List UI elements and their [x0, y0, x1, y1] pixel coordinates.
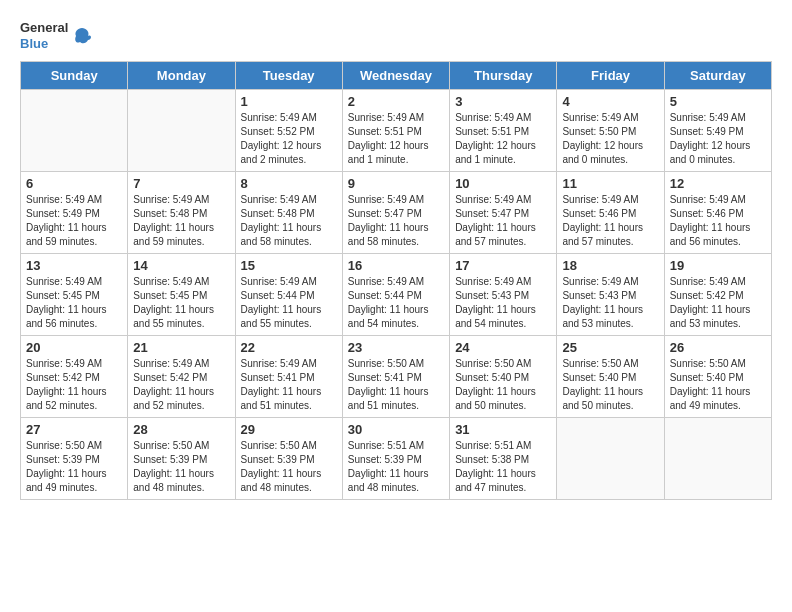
weekday-header: Saturday	[664, 62, 771, 90]
calendar-cell: 21Sunrise: 5:49 AM Sunset: 5:42 PM Dayli…	[128, 336, 235, 418]
day-info: Sunrise: 5:51 AM Sunset: 5:38 PM Dayligh…	[455, 439, 551, 495]
logo-text: General Blue	[20, 20, 68, 51]
calendar-cell: 2Sunrise: 5:49 AM Sunset: 5:51 PM Daylig…	[342, 90, 449, 172]
day-number: 5	[670, 94, 766, 109]
logo-bird-icon	[72, 26, 92, 46]
day-info: Sunrise: 5:49 AM Sunset: 5:43 PM Dayligh…	[455, 275, 551, 331]
page-header: General Blue	[20, 20, 772, 51]
day-number: 27	[26, 422, 122, 437]
day-number: 24	[455, 340, 551, 355]
calendar-cell: 14Sunrise: 5:49 AM Sunset: 5:45 PM Dayli…	[128, 254, 235, 336]
calendar-cell: 31Sunrise: 5:51 AM Sunset: 5:38 PM Dayli…	[450, 418, 557, 500]
day-info: Sunrise: 5:49 AM Sunset: 5:46 PM Dayligh…	[562, 193, 658, 249]
day-info: Sunrise: 5:49 AM Sunset: 5:45 PM Dayligh…	[133, 275, 229, 331]
day-number: 29	[241, 422, 337, 437]
day-number: 30	[348, 422, 444, 437]
day-number: 31	[455, 422, 551, 437]
calendar-table: SundayMondayTuesdayWednesdayThursdayFrid…	[20, 61, 772, 500]
day-info: Sunrise: 5:49 AM Sunset: 5:48 PM Dayligh…	[133, 193, 229, 249]
weekday-header: Sunday	[21, 62, 128, 90]
day-number: 8	[241, 176, 337, 191]
calendar-cell: 13Sunrise: 5:49 AM Sunset: 5:45 PM Dayli…	[21, 254, 128, 336]
weekday-header: Tuesday	[235, 62, 342, 90]
day-info: Sunrise: 5:49 AM Sunset: 5:45 PM Dayligh…	[26, 275, 122, 331]
day-info: Sunrise: 5:50 AM Sunset: 5:40 PM Dayligh…	[455, 357, 551, 413]
calendar-cell: 5Sunrise: 5:49 AM Sunset: 5:49 PM Daylig…	[664, 90, 771, 172]
calendar-cell: 12Sunrise: 5:49 AM Sunset: 5:46 PM Dayli…	[664, 172, 771, 254]
calendar-cell: 15Sunrise: 5:49 AM Sunset: 5:44 PM Dayli…	[235, 254, 342, 336]
day-number: 19	[670, 258, 766, 273]
calendar-week-row: 6Sunrise: 5:49 AM Sunset: 5:49 PM Daylig…	[21, 172, 772, 254]
day-number: 14	[133, 258, 229, 273]
calendar-cell: 29Sunrise: 5:50 AM Sunset: 5:39 PM Dayli…	[235, 418, 342, 500]
weekday-header: Wednesday	[342, 62, 449, 90]
day-info: Sunrise: 5:49 AM Sunset: 5:47 PM Dayligh…	[455, 193, 551, 249]
weekday-header: Friday	[557, 62, 664, 90]
day-info: Sunrise: 5:49 AM Sunset: 5:47 PM Dayligh…	[348, 193, 444, 249]
day-number: 15	[241, 258, 337, 273]
day-number: 11	[562, 176, 658, 191]
calendar-cell: 11Sunrise: 5:49 AM Sunset: 5:46 PM Dayli…	[557, 172, 664, 254]
calendar-cell: 19Sunrise: 5:49 AM Sunset: 5:42 PM Dayli…	[664, 254, 771, 336]
day-number: 25	[562, 340, 658, 355]
day-number: 9	[348, 176, 444, 191]
weekday-header-row: SundayMondayTuesdayWednesdayThursdayFrid…	[21, 62, 772, 90]
calendar-cell: 10Sunrise: 5:49 AM Sunset: 5:47 PM Dayli…	[450, 172, 557, 254]
day-info: Sunrise: 5:49 AM Sunset: 5:41 PM Dayligh…	[241, 357, 337, 413]
calendar-week-row: 1Sunrise: 5:49 AM Sunset: 5:52 PM Daylig…	[21, 90, 772, 172]
day-number: 10	[455, 176, 551, 191]
calendar-week-row: 27Sunrise: 5:50 AM Sunset: 5:39 PM Dayli…	[21, 418, 772, 500]
day-number: 1	[241, 94, 337, 109]
calendar-cell	[664, 418, 771, 500]
calendar-week-row: 13Sunrise: 5:49 AM Sunset: 5:45 PM Dayli…	[21, 254, 772, 336]
calendar-cell: 7Sunrise: 5:49 AM Sunset: 5:48 PM Daylig…	[128, 172, 235, 254]
day-info: Sunrise: 5:49 AM Sunset: 5:49 PM Dayligh…	[26, 193, 122, 249]
day-info: Sunrise: 5:50 AM Sunset: 5:40 PM Dayligh…	[562, 357, 658, 413]
calendar-cell: 8Sunrise: 5:49 AM Sunset: 5:48 PM Daylig…	[235, 172, 342, 254]
logo: General Blue	[20, 20, 92, 51]
day-info: Sunrise: 5:49 AM Sunset: 5:44 PM Dayligh…	[348, 275, 444, 331]
day-number: 22	[241, 340, 337, 355]
calendar-cell: 28Sunrise: 5:50 AM Sunset: 5:39 PM Dayli…	[128, 418, 235, 500]
calendar-cell: 18Sunrise: 5:49 AM Sunset: 5:43 PM Dayli…	[557, 254, 664, 336]
day-info: Sunrise: 5:49 AM Sunset: 5:42 PM Dayligh…	[133, 357, 229, 413]
calendar-cell: 25Sunrise: 5:50 AM Sunset: 5:40 PM Dayli…	[557, 336, 664, 418]
day-info: Sunrise: 5:49 AM Sunset: 5:46 PM Dayligh…	[670, 193, 766, 249]
day-info: Sunrise: 5:50 AM Sunset: 5:40 PM Dayligh…	[670, 357, 766, 413]
day-info: Sunrise: 5:49 AM Sunset: 5:50 PM Dayligh…	[562, 111, 658, 167]
calendar-cell: 4Sunrise: 5:49 AM Sunset: 5:50 PM Daylig…	[557, 90, 664, 172]
calendar-cell: 30Sunrise: 5:51 AM Sunset: 5:39 PM Dayli…	[342, 418, 449, 500]
calendar-week-row: 20Sunrise: 5:49 AM Sunset: 5:42 PM Dayli…	[21, 336, 772, 418]
day-number: 20	[26, 340, 122, 355]
day-info: Sunrise: 5:50 AM Sunset: 5:41 PM Dayligh…	[348, 357, 444, 413]
day-number: 18	[562, 258, 658, 273]
day-info: Sunrise: 5:49 AM Sunset: 5:52 PM Dayligh…	[241, 111, 337, 167]
calendar-cell: 26Sunrise: 5:50 AM Sunset: 5:40 PM Dayli…	[664, 336, 771, 418]
day-number: 13	[26, 258, 122, 273]
day-number: 6	[26, 176, 122, 191]
day-number: 26	[670, 340, 766, 355]
day-info: Sunrise: 5:50 AM Sunset: 5:39 PM Dayligh…	[133, 439, 229, 495]
day-number: 16	[348, 258, 444, 273]
calendar-cell: 24Sunrise: 5:50 AM Sunset: 5:40 PM Dayli…	[450, 336, 557, 418]
calendar-cell	[128, 90, 235, 172]
day-info: Sunrise: 5:49 AM Sunset: 5:42 PM Dayligh…	[670, 275, 766, 331]
calendar-cell	[21, 90, 128, 172]
day-info: Sunrise: 5:51 AM Sunset: 5:39 PM Dayligh…	[348, 439, 444, 495]
day-number: 17	[455, 258, 551, 273]
calendar-cell: 27Sunrise: 5:50 AM Sunset: 5:39 PM Dayli…	[21, 418, 128, 500]
day-info: Sunrise: 5:49 AM Sunset: 5:51 PM Dayligh…	[348, 111, 444, 167]
calendar-cell: 22Sunrise: 5:49 AM Sunset: 5:41 PM Dayli…	[235, 336, 342, 418]
calendar-cell: 6Sunrise: 5:49 AM Sunset: 5:49 PM Daylig…	[21, 172, 128, 254]
calendar-cell: 1Sunrise: 5:49 AM Sunset: 5:52 PM Daylig…	[235, 90, 342, 172]
day-info: Sunrise: 5:49 AM Sunset: 5:48 PM Dayligh…	[241, 193, 337, 249]
weekday-header: Thursday	[450, 62, 557, 90]
calendar-cell: 20Sunrise: 5:49 AM Sunset: 5:42 PM Dayli…	[21, 336, 128, 418]
day-number: 4	[562, 94, 658, 109]
day-number: 23	[348, 340, 444, 355]
weekday-header: Monday	[128, 62, 235, 90]
calendar-cell: 9Sunrise: 5:49 AM Sunset: 5:47 PM Daylig…	[342, 172, 449, 254]
calendar-cell: 17Sunrise: 5:49 AM Sunset: 5:43 PM Dayli…	[450, 254, 557, 336]
day-info: Sunrise: 5:50 AM Sunset: 5:39 PM Dayligh…	[26, 439, 122, 495]
day-info: Sunrise: 5:49 AM Sunset: 5:42 PM Dayligh…	[26, 357, 122, 413]
